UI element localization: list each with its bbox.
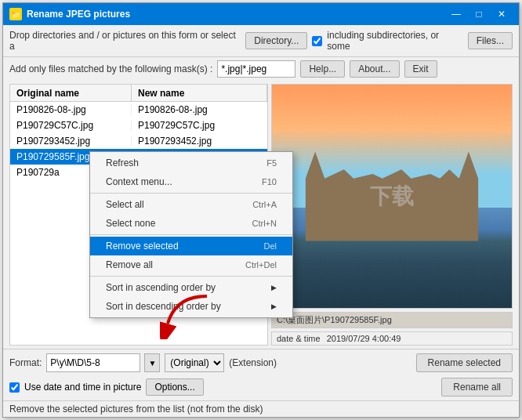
ctx-select-none-label: Select none xyxy=(106,218,155,229)
main-area: Original name New name P190826-08-.jpg P… xyxy=(3,81,519,349)
ctx-select-all-shortcut: Ctrl+A xyxy=(252,200,277,209)
original-name-cell: P190826-08-.jpg xyxy=(10,104,132,115)
drop-text: Drop directories and / or pictures on th… xyxy=(9,30,241,52)
files-button[interactable]: Files... xyxy=(468,32,513,49)
original-name-cell: P190729C57C.jpg xyxy=(10,120,132,131)
table-row[interactable]: P190826-08-.jpg P190826-08-.jpg xyxy=(10,102,267,118)
ctx-remove-selected-shortcut: Del xyxy=(263,241,277,251)
mask-input[interactable] xyxy=(217,60,295,78)
title-bar-left: 📁 Rename JPEG pictures xyxy=(9,8,130,20)
bottom-row1: Format: ▼ (Original) (Extension) Rename … xyxy=(3,349,519,376)
file-info-bar: C:\桌面图片\P190729585F.jpg xyxy=(271,312,513,328)
title-bar: 📁 Rename JPEG pictures — □ ✕ xyxy=(3,3,519,25)
ctx-separator-1 xyxy=(90,193,292,194)
use-date-checkbox[interactable] xyxy=(9,382,20,393)
file-list-header: Original name New name xyxy=(10,85,267,102)
metadata-label: date & time xyxy=(277,334,321,343)
col-original-header: Original name xyxy=(10,85,132,101)
col-new-header: New name xyxy=(132,85,267,101)
about-button[interactable]: About... xyxy=(350,60,399,78)
new-name-cell: P190729C57C.jpg xyxy=(132,120,267,131)
context-menu: Refresh F5 Context menu... F10 Select al… xyxy=(89,151,293,318)
close-button[interactable]: ✕ xyxy=(491,6,513,22)
ctx-select-all[interactable]: Select all Ctrl+A xyxy=(90,195,292,214)
main-window: 📁 Rename JPEG pictures — □ ✕ Drop direct… xyxy=(2,2,520,418)
ctx-remove-all-shortcut: Ctrl+Del xyxy=(245,260,277,270)
app-icon: 📁 xyxy=(9,8,22,20)
mask-label: Add only files matched by the following … xyxy=(9,63,212,74)
window-title: Rename JPEG pictures xyxy=(27,9,130,20)
table-row[interactable]: P190729C57C.jpg P190729C57C.jpg xyxy=(10,118,267,133)
ctx-select-none[interactable]: Select none Ctrl+N xyxy=(90,214,292,233)
rename-all-button[interactable]: Rename all xyxy=(441,378,513,396)
metadata-value: 2019/07/29 4:00:49 xyxy=(327,334,401,343)
original-name-cell: P1907293452.jpg xyxy=(10,136,132,147)
ctx-context-menu-label: Context menu... xyxy=(106,176,172,187)
format-label: Format: xyxy=(9,357,42,368)
exit-button[interactable]: Exit xyxy=(404,60,437,78)
title-bar-controls: — □ ✕ xyxy=(445,6,513,22)
ctx-remove-all[interactable]: Remove all Ctrl+Del xyxy=(90,255,292,274)
directory-button[interactable]: Directory... xyxy=(245,32,307,49)
options-button[interactable]: Options... xyxy=(146,378,203,396)
subdirectories-label: including subdirectories, or some xyxy=(327,30,462,52)
subdirectories-checkbox[interactable] xyxy=(312,36,322,46)
status-text: Remove the selected pictures from the li… xyxy=(9,404,263,415)
original-select[interactable]: (Original) xyxy=(165,353,224,372)
image-preview xyxy=(271,84,513,309)
ctx-refresh-label: Refresh xyxy=(106,158,139,168)
table-row[interactable]: P1907293452.jpg P1907293452.jpg xyxy=(10,133,267,149)
toolbar-2: Add only files matched by the following … xyxy=(3,57,519,81)
ctx-separator-3 xyxy=(90,276,292,277)
ctx-context-menu[interactable]: Context menu... F10 xyxy=(90,172,292,191)
bottom-row2: Use date and time in picture Options... … xyxy=(3,376,519,400)
help-button[interactable]: Help... xyxy=(300,60,345,78)
format-dropdown-button[interactable]: ▼ xyxy=(144,353,160,372)
extension-label: (Extension) xyxy=(229,357,277,368)
ctx-sort-asc-label: Sort in ascending order by xyxy=(106,282,216,293)
status-bar: Remove the selected pictures from the li… xyxy=(3,400,519,417)
format-input[interactable] xyxy=(46,353,140,372)
ctx-separator-2 xyxy=(90,234,292,235)
bottom-sections: Format: ▼ (Original) (Extension) Rename … xyxy=(3,349,519,400)
preview-image xyxy=(272,85,512,308)
ctx-remove-selected[interactable]: Remove selected Del xyxy=(90,237,292,255)
toolbar-1: Drop directories and / or pictures on th… xyxy=(3,25,519,57)
ctx-select-none-shortcut: Ctrl+N xyxy=(252,219,277,228)
maximize-button[interactable]: □ xyxy=(468,6,490,22)
new-name-cell: P1907293452.jpg xyxy=(132,136,267,147)
rename-selected-button[interactable]: Rename selected xyxy=(416,353,513,372)
minimize-button[interactable]: — xyxy=(445,6,467,22)
use-date-label: Use date and time in picture xyxy=(24,382,141,393)
ctx-remove-selected-label: Remove selected xyxy=(106,241,179,252)
ctx-remove-all-label: Remove all xyxy=(106,259,153,270)
ctx-sort-desc-label: Sort in descending order by xyxy=(106,301,221,312)
ctx-sort-asc[interactable]: Sort in ascending order by xyxy=(90,278,292,297)
ctx-select-all-label: Select all xyxy=(106,199,144,210)
preview-panel: C:\桌面图片\P190729585F.jpg date & time 2019… xyxy=(271,84,513,346)
ctx-sort-desc[interactable]: Sort in descending order by xyxy=(90,297,292,316)
ctx-context-menu-shortcut: F10 xyxy=(262,177,277,186)
ctx-refresh-shortcut: F5 xyxy=(266,158,277,168)
ctx-refresh[interactable]: Refresh F5 xyxy=(90,154,292,172)
new-name-cell: P190826-08-.jpg xyxy=(132,104,267,115)
file-path: C:\桌面图片\P190729585F.jpg xyxy=(277,314,392,326)
metadata-row: date & time 2019/07/29 4:00:49 xyxy=(271,331,513,346)
